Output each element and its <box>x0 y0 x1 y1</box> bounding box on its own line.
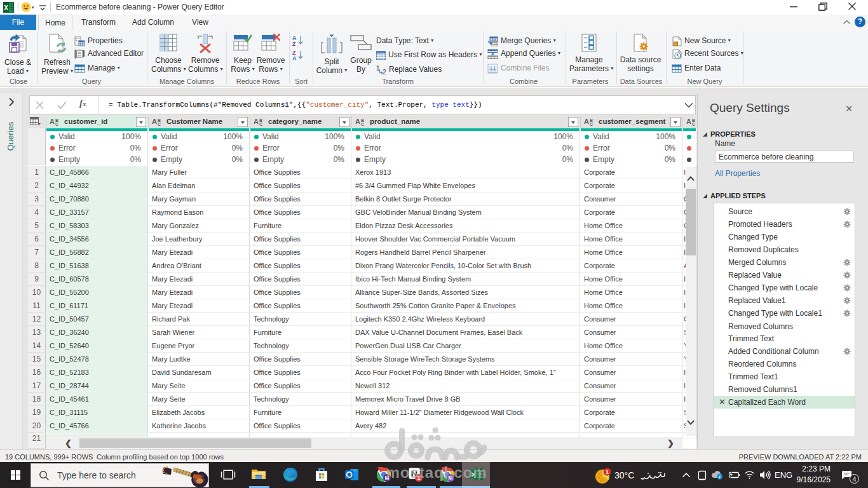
svg-text:A: A <box>292 55 297 60</box>
svg-text:M: M <box>449 475 453 481</box>
svg-text:1: 1 <box>606 469 609 475</box>
svg-text:Z: Z <box>292 41 296 46</box>
svg-text:X: X <box>471 471 476 478</box>
svg-text:1: 1 <box>417 475 421 481</box>
svg-text:X: X <box>4 4 8 11</box>
svg-text:M: M <box>385 475 390 481</box>
